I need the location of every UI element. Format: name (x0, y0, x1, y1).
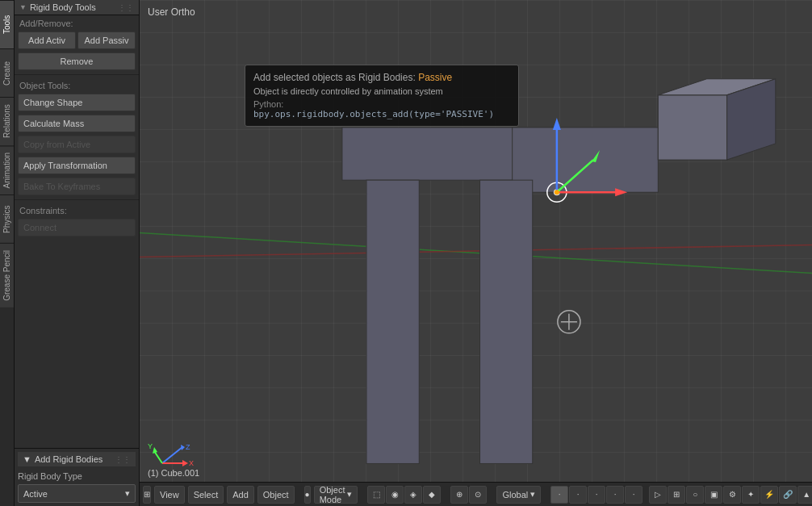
view-menu-button[interactable]: View (154, 486, 185, 504)
object-label: Object (263, 490, 289, 500)
layer-5[interactable]: · (625, 486, 642, 504)
svg-rect-4 (366, 180, 419, 463)
add-buttons-row: Add Activ Add Passiv (15, 30, 139, 51)
pivot-group: ⊕ ⊙ (450, 486, 487, 504)
chevron-down-icon: ▾ (125, 488, 130, 499)
change-shape-button[interactable]: Change Shape (18, 94, 136, 111)
lower-panel-header: ▼ Add Rigid Bodies ⋮⋮ (18, 452, 136, 466)
layer-group: · · · · · (550, 486, 642, 504)
object-info: (1) Cube.001 (148, 468, 199, 478)
sidebar-tab-relations[interactable]: Relations (0, 97, 14, 145)
transform-space-dropdown[interactable]: Global ▾ (496, 486, 541, 504)
viewport-icon-button[interactable]: ⊞ (143, 486, 151, 504)
object-menu-button[interactable]: Object (257, 486, 295, 504)
tools-panel: ▼ Rigid Body Tools ⋮⋮ Add/Remove: Add Ac… (15, 0, 140, 506)
sidebar-tab-animation[interactable]: Animation (0, 145, 14, 194)
svg-text:X: X (189, 459, 194, 467)
svg-line-1 (140, 245, 812, 257)
tooltip-description: Object is directly controlled by animati… (253, 86, 510, 96)
svg-point-20 (555, 190, 559, 194)
layer-4[interactable]: · (606, 486, 624, 504)
copy-from-active-button[interactable]: Copy from Active (18, 136, 136, 153)
svg-marker-22 (181, 445, 185, 450)
viewport-shading-group: ⬚ ◉ ◈ ◆ (367, 486, 441, 504)
tools-panel-title: Rigid Body Tools (30, 2, 96, 12)
tooltip-python-code: bpy.ops.rigidbody.objects_add(type='PASS… (253, 109, 494, 119)
tooltip-title: Add selected objects as Rigid Bodies: Pa… (253, 72, 510, 83)
panel-options-icon: ⋮⋮ (118, 3, 134, 12)
wireframe-icon[interactable]: ⬚ (367, 486, 385, 504)
object-tools-label: Object Tools: (15, 77, 139, 92)
remove-button[interactable]: Remove (18, 52, 136, 70)
add-active-button[interactable]: Add Activ (18, 31, 76, 49)
connect-button[interactable]: Connect (18, 219, 136, 236)
render-icon[interactable]: ▷ (649, 486, 667, 504)
add-remove-label: Add/Remove: (15, 15, 139, 30)
select-label: Select (194, 490, 219, 500)
physics-icon[interactable]: ⚡ (760, 486, 778, 504)
divider-2 (15, 199, 139, 200)
lower-panel-options-icon: ⋮⋮ (115, 455, 131, 464)
select-menu-button[interactable]: Select (188, 486, 224, 504)
calculate-mass-button[interactable]: Calculate Mass (18, 115, 136, 132)
texture-icon[interactable]: ◈ (404, 486, 422, 504)
pivot-icon[interactable]: ⊕ (450, 486, 468, 504)
tooltip-highlight: Passive (418, 72, 452, 83)
svg-text:Y: Y (148, 442, 153, 450)
lower-panel-title: Add Rigid Bodies (35, 454, 103, 464)
rb-type-label: Rigid Body Type (18, 470, 136, 483)
viewport-label: User Ortho (148, 6, 195, 18)
svg-rect-6 (658, 95, 726, 160)
svg-line-0 (140, 232, 812, 273)
sidebar-tab-grease-pencil[interactable]: Grease Pencil (0, 243, 14, 307)
right-icons: ▷ ⊞ ○ ▣ ⚙ ✦ ⚡ 🔗 ▲ ◉ (649, 486, 812, 504)
svg-rect-5 (480, 180, 533, 463)
rb-type-value: Active (23, 489, 48, 499)
modifier-icon[interactable]: ⚙ (723, 486, 741, 504)
viewport[interactable]: User Ortho Add selected objects as Rigid… (140, 0, 812, 506)
add-label: Add (232, 490, 249, 500)
tooltip-popup: Add selected objects as Rigid Bodies: Pa… (245, 65, 519, 127)
particles-icon[interactable]: ✦ (742, 486, 760, 504)
apply-transformation-button[interactable]: Apply Transformation (18, 157, 136, 174)
layer-3[interactable]: · (588, 486, 605, 504)
svg-line-21 (162, 447, 182, 463)
global-chevron-icon: ▾ (530, 489, 535, 500)
sidebar-tab-tools[interactable]: Tools (0, 0, 14, 48)
svg-marker-28 (153, 447, 157, 454)
add-passive-button[interactable]: Add Passiv (77, 31, 136, 49)
bake-to-keyframes-button[interactable]: Bake To Keyframes (18, 178, 136, 195)
data-icon[interactable]: ▲ (797, 486, 812, 504)
scene-icon[interactable]: ⊞ (668, 486, 685, 504)
view-label: View (160, 490, 179, 500)
world-icon[interactable]: ○ (686, 486, 704, 504)
tooltip-python-prefix: Python: (253, 99, 283, 109)
sidebar-tab-create[interactable]: Create (0, 48, 14, 97)
global-label: Global (502, 490, 528, 500)
triangle-icon-2: ▼ (23, 454, 31, 464)
constraints-label: Constraints: (15, 203, 139, 217)
object-mode-icon[interactable]: ● (304, 486, 311, 504)
layer-1[interactable]: · (550, 486, 568, 504)
svg-rect-3 (513, 128, 659, 192)
lower-panel: ▼ Add Rigid Bodies ⋮⋮ Rigid Body Type Ac… (15, 448, 139, 506)
mode-chevron-icon: ▾ (347, 489, 352, 500)
object-mode-dropdown[interactable]: Object Mode ▾ (314, 486, 358, 504)
tooltip-title-prefix: Add selected objects as Rigid Bodies: (253, 72, 416, 83)
bottom-bar: ⊞ View Select Add Object ● Object Mode ▾… (140, 482, 812, 506)
sidebar-tabs: Tools Create Relations Animation Physics… (0, 0, 15, 506)
object-props-icon[interactable]: ▣ (705, 486, 722, 504)
constraints-icon[interactable]: 🔗 (779, 486, 797, 504)
svg-marker-25 (182, 460, 188, 466)
layer-2[interactable]: · (569, 486, 587, 504)
svg-text:Z: Z (186, 443, 190, 451)
sidebar-tab-physics[interactable]: Physics (0, 194, 14, 243)
rb-type-dropdown[interactable]: Active ▾ (18, 484, 136, 503)
snap-icon[interactable]: ⊙ (469, 486, 487, 504)
solid-icon[interactable]: ◉ (386, 486, 404, 504)
rendered-icon[interactable]: ◆ (423, 486, 441, 504)
svg-line-27 (154, 451, 162, 463)
svg-marker-15 (553, 118, 561, 130)
tooltip-python: Python: bpy.ops.rigidbody.objects_add(ty… (253, 99, 510, 119)
add-menu-button[interactable]: Add (227, 486, 254, 504)
